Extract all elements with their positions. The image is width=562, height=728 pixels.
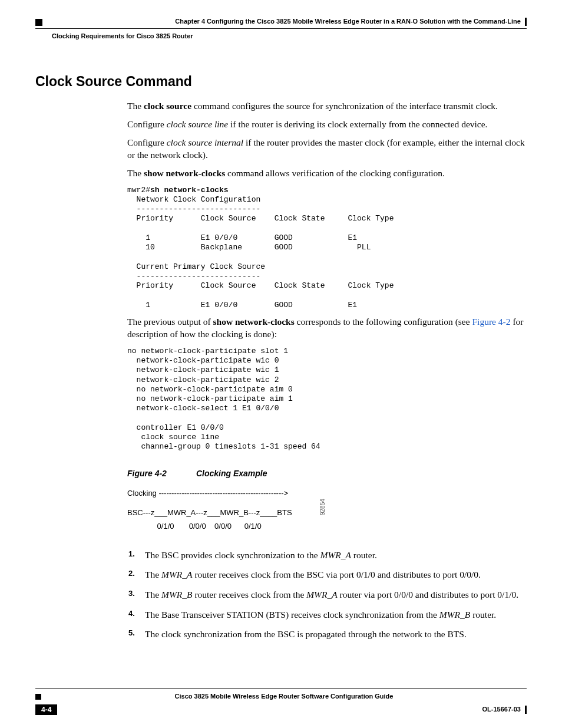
running-header-section: Clocking Requirements for Cisco 3825 Rou… bbox=[52, 32, 527, 39]
paragraph: The clock source command configures the … bbox=[127, 100, 527, 113]
running-header: Chapter 4 Configuring the Cisco 3825 Mob… bbox=[35, 18, 527, 29]
header-marker-icon bbox=[35, 19, 42, 26]
list-item: The clock synchronization from the BSC i… bbox=[140, 628, 527, 641]
figure-link[interactable]: Figure 4-2 bbox=[472, 317, 510, 327]
figure-caption: Figure 4-2Clocking Example bbox=[127, 469, 527, 478]
numbered-steps: The BSC provides clock synchronization t… bbox=[127, 549, 527, 641]
chapter-title: Chapter 4 Configuring the Cisco 3825 Mob… bbox=[175, 18, 521, 25]
paragraph: The previous output of show network-cloc… bbox=[127, 316, 527, 341]
footer-marker-icon bbox=[35, 694, 41, 700]
cli-output: mwr2#sh network-clocks Network Clock Con… bbox=[127, 186, 527, 310]
list-item: The Base Transceiver STATION (BTS) recei… bbox=[140, 608, 527, 621]
figure-body: Clocking -------------------------------… bbox=[127, 486, 527, 533]
page-number: 4-4 bbox=[35, 704, 57, 715]
list-item: The BSC provides clock synchronization t… bbox=[140, 549, 527, 562]
paragraph: Configure clock source line if the route… bbox=[127, 118, 527, 131]
list-item: The MWR_A router receives clock from the… bbox=[140, 568, 527, 581]
footer-bottom: 4-4 OL-15667-03 bbox=[35, 704, 527, 715]
config-block: no network-clock-participate slot 1 netw… bbox=[127, 347, 527, 452]
list-item: The MWR_B router receives clock from the… bbox=[140, 588, 527, 601]
paragraph: Configure clock source internal if the r… bbox=[127, 137, 527, 162]
page: Chapter 4 Configuring the Cisco 3825 Mob… bbox=[0, 0, 562, 728]
document-id: OL-15667-03 bbox=[482, 706, 521, 713]
paragraph: The show network-clocks command allows v… bbox=[127, 167, 527, 180]
section-heading: Clock Source Command bbox=[35, 74, 527, 90]
body-text: The clock source command configures the … bbox=[127, 100, 527, 641]
figure-id: 92854 bbox=[318, 499, 328, 515]
footer-bar-icon bbox=[525, 706, 527, 714]
header-bar-icon bbox=[525, 18, 527, 26]
footer-guide-title: Cisco 3825 Mobile Wireless Edge Router S… bbox=[35, 689, 527, 700]
